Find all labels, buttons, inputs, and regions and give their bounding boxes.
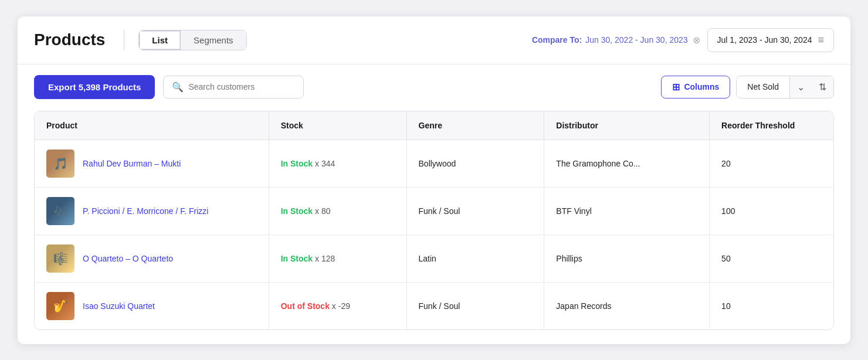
columns-label: Columns [684,82,719,91]
product-name-link[interactable]: O Quarteto – O Quarteto [83,254,173,263]
product-thumbnail: 🎷 [46,292,74,320]
compare-close-button[interactable]: ⊗ [693,35,700,46]
stock-status: In Stock [281,159,313,168]
col-stock: Stock [269,111,406,140]
product-cell-2: 🎼 O Quarteto – O Quarteto [35,235,269,282]
compare-to-label: Compare To: [532,35,582,45]
product-thumbnail: 🎶 [46,197,74,225]
stock-cell-0: In Stock x 344 [269,140,406,187]
table-row: 🎷 Isao Suzuki Quartet Out of Stock x -29… [35,282,833,330]
product-cell-1: 🎶 P. Piccioni / E. Morricone / F. Frizzi [35,187,269,235]
product-thumbnail: 🎼 [46,244,74,273]
compare-to-section: Compare To: Jun 30, 2022 - Jun 30, 2023 … [532,35,700,46]
col-genre: Genre [406,111,544,140]
export-button[interactable]: Export 5,398 Products [34,75,155,99]
columns-icon: ⊞ [672,81,680,93]
page-title: Products [34,30,105,49]
distributor-cell-1: BTF Vinyl [544,187,710,235]
stock-cell-2: In Stock x 128 [269,235,406,282]
stock-cell-1: In Stock x 80 [269,187,406,235]
col-reorder: Reorder Threshold [710,111,833,140]
table-row: 🎶 P. Piccioni / E. Morricone / F. Frizzi… [35,187,833,235]
stock-qty: x 80 [315,206,330,216]
main-container: Products List Segments Compare To: Jun 3… [18,16,850,344]
stock-qty: x 128 [315,254,335,263]
tab-segments[interactable]: Segments [181,30,246,50]
date-range-value: Jul 1, 2023 - Jun 30, 2024 [717,35,812,45]
compare-to-date: Jun 30, 2022 - Jun 30, 2023 [585,35,687,45]
net-sold-select: Net Sold ⌄ ⇅ [736,76,834,99]
products-table: Product Stock Genre Distributor Reorder … [35,111,833,330]
header-divider [124,29,124,50]
search-input[interactable] [188,82,295,91]
menu-icon: ≡ [818,34,824,46]
product-name-link[interactable]: Rahul Dev Burman – Mukti [83,159,181,168]
genre-cell-3: Funk / Soul [406,282,544,330]
reorder-cell-2: 50 [710,235,833,282]
header: Products List Segments Compare To: Jun 3… [18,16,850,64]
header-right: Compare To: Jun 30, 2022 - Jun 30, 2023 … [532,28,834,52]
tab-group: List Segments [138,30,246,50]
genre-cell-2: Latin [406,235,544,282]
products-table-wrapper: Product Stock Genre Distributor Reorder … [34,111,834,330]
search-box: 🔍 [163,76,304,99]
table-row: 🎵 Rahul Dev Burman – Mukti In Stock x 34… [35,140,833,187]
stock-status: In Stock [281,254,313,263]
toolbar: Export 5,398 Products 🔍 ⊞ Columns Net So… [18,64,850,105]
tab-list[interactable]: List [139,30,181,50]
reorder-cell-1: 100 [710,187,833,235]
net-sold-label[interactable]: Net Sold [737,77,789,97]
distributor-cell-0: The Gramophone Co... [544,140,710,187]
distributor-cell-2: Phillips [544,235,710,282]
stock-cell-3: Out of Stock x -29 [269,282,406,330]
net-sold-dropdown-arrow[interactable]: ⌄ [789,76,812,98]
product-cell-0: 🎵 Rahul Dev Burman – Mukti [35,140,269,187]
date-range-button[interactable]: Jul 1, 2023 - Jun 30, 2024 ≡ [707,28,834,52]
toolbar-right: ⊞ Columns Net Sold ⌄ ⇅ [661,76,834,99]
distributor-cell-3: Japan Records [544,282,710,330]
search-icon: 🔍 [172,81,184,93]
columns-button[interactable]: ⊞ Columns [661,76,730,99]
col-product: Product [35,111,269,140]
product-name-link[interactable]: P. Piccioni / E. Morricone / F. Frizzi [83,206,208,216]
stock-qty: x 344 [315,159,335,168]
table-header-row: Product Stock Genre Distributor Reorder … [35,111,833,140]
stock-status: Out of Stock [281,301,330,311]
product-name-link[interactable]: Isao Suzuki Quartet [83,301,155,311]
stock-qty: x -29 [332,301,350,311]
reorder-cell-0: 20 [710,140,833,187]
genre-cell-0: Bollywood [406,140,544,187]
net-sold-sort-arrow[interactable]: ⇅ [812,76,833,98]
close-circle-icon: ⊗ [693,35,700,46]
product-cell-3: 🎷 Isao Suzuki Quartet [35,282,269,330]
product-thumbnail: 🎵 [46,150,74,178]
genre-cell-1: Funk / Soul [406,187,544,235]
table-row: 🎼 O Quarteto – O Quarteto In Stock x 128… [35,235,833,282]
stock-status: In Stock [281,206,313,216]
reorder-cell-3: 10 [710,282,833,330]
col-distributor: Distributor [544,111,710,140]
